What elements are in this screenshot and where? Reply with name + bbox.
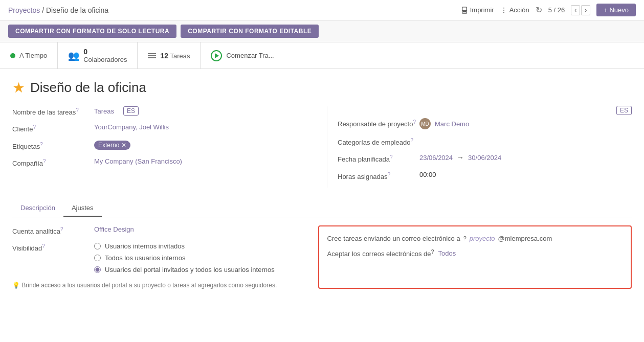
footer-note: 💡 Brinde acceso a los usuarios del porta… bbox=[12, 282, 308, 289]
field-categories: Categorías de empleado? bbox=[338, 136, 632, 146]
email-section: Cree tareas enviando un correo electróni… bbox=[327, 235, 623, 242]
avatar: MD bbox=[419, 118, 431, 129]
status-dot-green bbox=[10, 53, 15, 58]
field-task-name: Nombre de las tareas? Tareas ES bbox=[12, 106, 306, 116]
radio-all-internal[interactable]: Todos los usuarios internos bbox=[94, 254, 275, 262]
help-icon[interactable]: ? bbox=[42, 243, 45, 249]
refresh-icon[interactable]: ↻ bbox=[536, 5, 542, 15]
field-planned-date: Fecha planificada? 23/06/2024 → 30/06/20… bbox=[338, 153, 632, 163]
tag-externo: Externo ✕ bbox=[94, 141, 130, 150]
title-row: ★ Diseño de la oficina bbox=[12, 79, 632, 96]
status-bar: A Tiempo 👥 0 Colaboradores 12 Tareas Com… bbox=[0, 42, 644, 69]
breadcrumb-current: Diseño de la oficina bbox=[46, 6, 108, 14]
company-value[interactable]: My Company (San Francisco) bbox=[94, 157, 182, 165]
form-right: ES Responsable de proyecto? MD Marc Demo… bbox=[327, 106, 632, 188]
help-icon[interactable]: ? bbox=[43, 158, 46, 164]
field-tags: Etiquetas? Externo ✕ bbox=[12, 141, 306, 150]
manager-label: Responsable de proyecto? bbox=[338, 118, 419, 128]
categories-label: Categorías de empleado? bbox=[338, 136, 419, 146]
help-icon[interactable]: ? bbox=[76, 107, 79, 113]
star-icon[interactable]: ★ bbox=[12, 79, 25, 96]
analytic-value[interactable]: Office Design bbox=[94, 225, 134, 233]
accept-label: Aceptar los correos electrónicos de? bbox=[327, 248, 434, 258]
field-analytic: Cuenta analítica? Office Design bbox=[12, 225, 308, 235]
help-icon[interactable]: ? bbox=[410, 138, 413, 143]
tag-remove-icon[interactable]: ✕ bbox=[121, 142, 126, 149]
company-label: Compañía? bbox=[12, 157, 94, 167]
status-label: A Tiempo bbox=[19, 52, 47, 59]
analytic-label: Cuenta analítica? bbox=[12, 225, 94, 235]
date-range: 23/06/2024 → 30/06/2024 bbox=[419, 153, 501, 162]
client-value[interactable]: YourCompany, Joel Willis bbox=[94, 123, 169, 131]
nav-next-button[interactable]: › bbox=[581, 5, 590, 15]
status-on-time[interactable]: A Tiempo bbox=[0, 42, 58, 69]
action-button[interactable]: Acción bbox=[500, 6, 529, 14]
share-readonly-button[interactable]: COMPARTIR CON FORMATO DE SOLO LECTURA bbox=[8, 25, 176, 38]
status-start[interactable]: Comenzar Tra... bbox=[201, 42, 284, 69]
field-company: Compañía? My Company (San Francisco) bbox=[12, 157, 306, 167]
help-icon[interactable]: ? bbox=[431, 248, 434, 255]
accept-row: Aceptar los correos electrónicos de? Tod… bbox=[327, 248, 623, 258]
svg-rect-0 bbox=[462, 7, 467, 10]
email-task-section: Cree tareas enviando un correo electróni… bbox=[318, 225, 632, 289]
radio-invited-internal-input[interactable] bbox=[94, 243, 101, 249]
help-icon[interactable]: ? bbox=[390, 154, 393, 160]
main-content: ★ Diseño de la oficina Nombre de las tar… bbox=[0, 69, 644, 299]
lang-badge: ES bbox=[616, 106, 632, 115]
planned-end[interactable]: 30/06/2024 bbox=[468, 154, 501, 162]
manager-name[interactable]: Marc Demo bbox=[435, 120, 469, 128]
tasks-count: 12 bbox=[160, 52, 168, 60]
ajustes-left: Cuenta analítica? Office Design Visibili… bbox=[12, 225, 308, 289]
tasks-label: Tareas bbox=[170, 52, 190, 60]
radio-portal-all-input[interactable] bbox=[94, 266, 101, 273]
accept-value[interactable]: Todos bbox=[438, 249, 456, 257]
email-field-input[interactable]: proyecto bbox=[470, 235, 495, 242]
radio-invited-internal[interactable]: Usuarios internos invitados bbox=[94, 242, 275, 250]
tab-ajustes[interactable]: Ajustes bbox=[63, 200, 102, 217]
visibility-options: Usuarios internos invitados Todos los us… bbox=[94, 242, 275, 273]
status-tasks[interactable]: 12 Tareas bbox=[138, 42, 201, 69]
nav-info: 5 / 26 bbox=[548, 6, 565, 14]
top-right-actions: Imprimir Acción ↻ 5 / 26 ‹ › + Nuevo bbox=[461, 4, 636, 16]
form-left: Nombre de las tareas? Tareas ES Cliente?… bbox=[12, 106, 327, 188]
planned-date-label: Fecha planificada? bbox=[338, 153, 419, 163]
help-icon[interactable]: ? bbox=[388, 172, 391, 177]
tasks-icon bbox=[148, 53, 156, 58]
radio-all-internal-input[interactable] bbox=[94, 255, 101, 261]
print-button[interactable]: Imprimir bbox=[461, 6, 494, 14]
hours-value[interactable]: 00:00 bbox=[419, 171, 436, 178]
share-editable-button[interactable]: COMPARTIR CON FORMATO EDITABLE bbox=[181, 25, 319, 38]
date-arrow-icon: → bbox=[457, 153, 464, 162]
form-layout: Nombre de las tareas? Tareas ES Cliente?… bbox=[12, 106, 632, 188]
breadcrumb: Proyectos / Diseño de la oficina bbox=[8, 6, 108, 14]
help-icon[interactable]: ? bbox=[60, 226, 63, 232]
action-bar: COMPARTIR CON FORMATO DE SOLO LECTURA CO… bbox=[0, 20, 644, 42]
visibility-label: Visibilidad? bbox=[12, 242, 94, 252]
status-collaborators[interactable]: 👥 0 Colaboradores bbox=[58, 42, 138, 69]
help-icon[interactable]: ? bbox=[463, 235, 467, 241]
client-label: Cliente? bbox=[12, 123, 94, 133]
help-icon[interactable]: ? bbox=[33, 124, 36, 130]
nav-prev-button[interactable]: ‹ bbox=[571, 5, 580, 15]
collaborators-icon: 👥 bbox=[68, 50, 79, 61]
collaborators-label: Colaboradores bbox=[83, 56, 127, 63]
tab-description[interactable]: Descripción bbox=[12, 200, 63, 217]
tags-label: Etiquetas? bbox=[12, 141, 94, 150]
es-badge: ES bbox=[123, 106, 139, 116]
top-bar: Proyectos / Diseño de la oficina Imprimi… bbox=[0, 0, 644, 20]
radio-portal-all[interactable]: Usuarios del portal invitados y todos lo… bbox=[94, 266, 275, 273]
page-title: Diseño de la oficina bbox=[30, 80, 146, 96]
field-manager: Responsable de proyecto? MD Marc Demo bbox=[338, 118, 632, 129]
svg-rect-2 bbox=[463, 11, 465, 12]
breadcrumb-parent[interactable]: Proyectos bbox=[8, 6, 40, 14]
task-name-value[interactable]: Tareas bbox=[94, 107, 114, 115]
start-label: Comenzar Tra... bbox=[226, 52, 274, 59]
email-row: Cree tareas enviando un correo electróni… bbox=[327, 235, 623, 242]
help-icon[interactable]: ? bbox=[40, 142, 43, 147]
collaborators-count: 0 bbox=[83, 48, 127, 56]
planned-start[interactable]: 23/06/2024 bbox=[419, 154, 453, 162]
new-button[interactable]: + Nuevo bbox=[596, 4, 636, 16]
collaborators-info: 0 Colaboradores bbox=[83, 48, 127, 63]
nav-arrows: ‹ › bbox=[571, 5, 590, 15]
help-icon[interactable]: ? bbox=[413, 119, 416, 125]
